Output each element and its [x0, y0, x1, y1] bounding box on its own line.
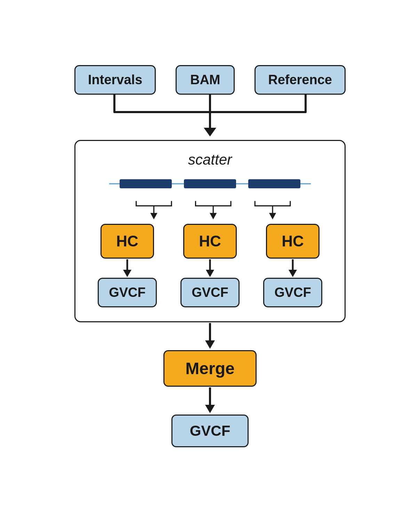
- merge-to-gvcf-arrow: [200, 387, 220, 415]
- svg-marker-12: [123, 270, 131, 277]
- interval-bars: [106, 175, 314, 192]
- final-gvcf-box: GVCF: [171, 415, 249, 447]
- svg-marker-0: [204, 128, 216, 136]
- svg-marker-20: [205, 405, 215, 413]
- svg-rect-3: [184, 179, 236, 188]
- svg-marker-10: [269, 213, 276, 219]
- hc-gvcf-row: HC GVCF HC GVCF HC: [86, 224, 334, 307]
- hc-col-1: HC GVCF: [98, 224, 157, 307]
- scatter-container: scatter: [74, 140, 346, 322]
- bam-box: BAM: [176, 65, 235, 95]
- scatter-to-merge-arrow: [200, 322, 220, 350]
- svg-rect-2: [120, 179, 172, 188]
- arrow-1: [119, 259, 136, 278]
- svg-marker-8: [210, 213, 217, 219]
- svg-marker-18: [205, 340, 215, 349]
- top-connectors: [74, 95, 346, 140]
- reference-box: Reference: [255, 65, 346, 95]
- arrow-3: [284, 259, 301, 278]
- svg-marker-6: [150, 213, 157, 219]
- hc-box-2: HC: [183, 224, 237, 259]
- gvcf-box-1: GVCF: [98, 278, 157, 307]
- svg-marker-16: [289, 270, 297, 277]
- gvcf-box-2: GVCF: [180, 278, 240, 307]
- svg-marker-14: [206, 270, 214, 277]
- merge-box: Merge: [163, 350, 256, 387]
- intervals-box: Intervals: [74, 65, 156, 95]
- gvcf-box-3: GVCF: [263, 278, 322, 307]
- arrow-2: [201, 259, 219, 278]
- inputs-row: Intervals BAM Reference: [74, 65, 346, 95]
- hc-box-3: HC: [266, 224, 320, 259]
- workflow-diagram: Intervals BAM Reference scatter: [54, 65, 366, 447]
- scatter-label: scatter: [188, 151, 232, 168]
- hc-col-2: HC GVCF: [180, 224, 240, 307]
- scatter-arrows: [109, 199, 311, 220]
- hc-box-1: HC: [100, 224, 154, 259]
- hc-col-3: HC GVCF: [263, 224, 322, 307]
- svg-rect-4: [248, 179, 300, 188]
